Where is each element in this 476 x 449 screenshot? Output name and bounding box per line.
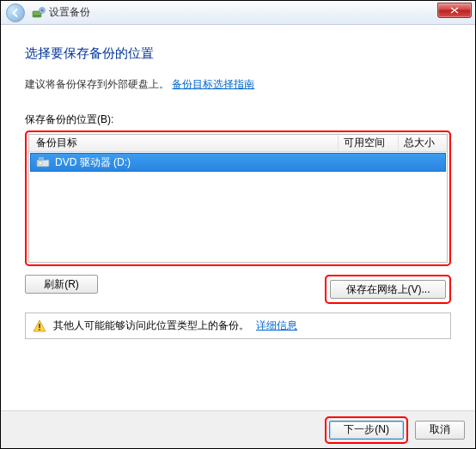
warning-text: 其他人可能能够访问此位置类型上的备份。 <box>53 319 249 333</box>
content-area: 选择要保存备份的位置 建议将备份保存到外部硬盘上。 备份目标选择指南 保存备份的… <box>1 25 475 339</box>
arrow-left-icon <box>10 8 21 18</box>
page-title: 选择要保存备份的位置 <box>25 46 451 62</box>
window: 设置备份 选择要保存备份的位置 建议将备份保存到外部硬盘上。 备份目标选择指南 … <box>0 0 476 449</box>
highlight-frame-next: 下一步(N) <box>325 416 408 444</box>
list-item[interactable]: DVD DVD 驱动器 (D:) <box>30 153 446 172</box>
column-size[interactable]: 总大小 <box>399 135 447 151</box>
button-row: 刷新(R) 保存在网络上(V)... <box>25 275 451 304</box>
warning-icon <box>33 319 46 333</box>
window-title: 设置备份 <box>49 5 90 20</box>
warning-box: 其他人可能能够访问此位置类型上的备份。 详细信息 <box>25 312 451 339</box>
hint-text: 建议将备份保存到外部硬盘上。 <box>25 78 169 90</box>
dvd-drive-icon: DVD <box>36 155 50 169</box>
backup-icon <box>32 6 46 20</box>
highlight-frame-network: 保存在网络上(V)... <box>325 275 451 304</box>
column-space[interactable]: 可用空间 <box>339 135 399 151</box>
refresh-button[interactable]: 刷新(R) <box>25 275 98 294</box>
svg-rect-8 <box>39 324 40 328</box>
cancel-button[interactable]: 取消 <box>415 421 465 440</box>
svg-text:DVD: DVD <box>39 157 44 161</box>
svg-rect-9 <box>39 329 40 331</box>
back-button[interactable] <box>6 3 25 22</box>
svg-point-5 <box>40 162 40 163</box>
details-link[interactable]: 详细信息 <box>256 319 297 333</box>
list-header: 备份目标 可用空间 总大小 <box>29 135 447 152</box>
hint-row: 建议将备份保存到外部硬盘上。 备份目标选择指南 <box>25 77 451 92</box>
drive-label: DVD 驱动器 (D:) <box>55 155 131 170</box>
column-target[interactable]: 备份目标 <box>29 135 339 151</box>
highlight-frame-list: 备份目标 可用空间 总大小 DVD DVD 驱动器 (D:) <box>25 130 451 266</box>
close-icon <box>450 7 459 14</box>
guide-link[interactable]: 备份目标选择指南 <box>172 78 254 90</box>
svg-rect-1 <box>34 15 40 16</box>
location-list[interactable]: 备份目标 可用空间 总大小 DVD DVD 驱动器 (D:) <box>28 134 448 263</box>
next-button[interactable]: 下一步(N) <box>329 421 404 440</box>
close-button[interactable] <box>437 3 472 18</box>
titlebar: 设置备份 <box>1 1 475 25</box>
footer: 下一步(N) 取消 <box>1 410 475 448</box>
list-label: 保存备份的位置(B): <box>25 112 451 127</box>
save-on-network-button[interactable]: 保存在网络上(V)... <box>330 280 446 299</box>
